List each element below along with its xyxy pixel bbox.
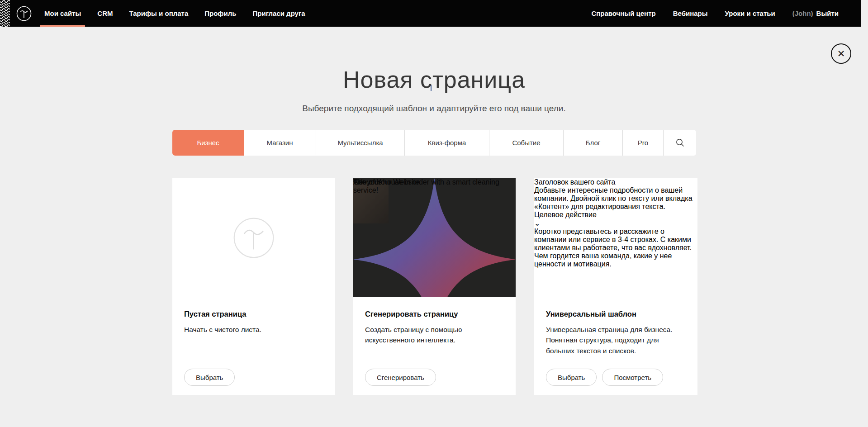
tab-quiz-form[interactable]: Квиз-форма (405, 130, 489, 156)
wave-pattern-icon (0, 0, 10, 27)
search-icon (676, 138, 684, 147)
nav-item-help-center[interactable]: Справочный центр (591, 0, 655, 27)
card-body: Универсальный шаблон Универсальная стран… (534, 297, 697, 356)
nav-item-tariffs[interactable]: Тарифы и оплата (129, 0, 188, 27)
template-hero-subtitle: Добавьте интересные подробности о вашей … (534, 186, 697, 211)
nav-menu-left: Мои сайты CRM Тарифы и оплата Профиль Пр… (44, 0, 305, 27)
choose-button[interactable]: Выбрать (546, 369, 597, 386)
template-category-tabs: Бизнес Магазин Мультиссылка Квиз-форма С… (172, 130, 696, 156)
tab-pro[interactable]: Pro (623, 130, 664, 156)
card-universal-template[interactable]: Заголовок вашего сайта Добавьте интересн… (534, 178, 697, 395)
tilda-logo-icon[interactable] (16, 6, 32, 21)
card-description: Универсальная страница для бизнеса. Поня… (546, 324, 682, 356)
template-body-text: Коротко представьтесь и расскажите о ком… (534, 228, 697, 268)
tab-search[interactable] (664, 130, 696, 156)
card-blank-page[interactable]: Пустая страница Начать с чистого листа. … (172, 178, 335, 395)
tab-multilink[interactable]: Мультиссылка (316, 130, 405, 156)
card-title: Пустая страница (184, 310, 323, 318)
nav-menu-right: Справочный центр Вебинары Уроки и статьи… (591, 0, 861, 27)
tab-business[interactable]: Бизнес (172, 130, 244, 156)
tab-blog[interactable]: Блог (564, 130, 623, 156)
card-title: Сгенерировать страницу (365, 310, 504, 318)
blank-page-preview (172, 178, 335, 297)
template-cards-row: Пустая страница Начать с чистого листа. … (172, 178, 697, 395)
nav-item-webinars[interactable]: Вебинары (673, 0, 708, 27)
tab-shop[interactable]: Магазин (244, 130, 316, 156)
template-hero-title: Заголовок вашего сайта (534, 178, 697, 186)
page-subtitle: Выберите подходящий шаблон и адаптируйте… (0, 104, 868, 114)
nav-item-my-sites[interactable]: Мои сайты (44, 0, 81, 27)
card-actions: Выбрать Посмотреть (546, 369, 663, 386)
template-preview: Заголовок вашего сайта Добавьте интересн… (534, 178, 697, 297)
card-body: Сгенерировать страницу Создать страницу … (353, 297, 516, 346)
close-icon: ✕ (837, 49, 845, 58)
top-nav: Мои сайты CRM Тарифы и оплата Профиль Пр… (0, 0, 861, 27)
card-body: Пустая страница Начать с чистого листа. (172, 297, 335, 335)
page-title: Новая страница (0, 66, 868, 93)
collage-dim-overlay (353, 178, 516, 297)
template-hero-image: Заголовок вашего сайта Добавьте интересн… (534, 178, 697, 228)
nav-item-invite-friend[interactable]: Пригласи друга (252, 0, 305, 27)
card-description: Создать страницу с помощью искусственног… (365, 324, 501, 346)
nav-item-profile[interactable]: Профиль (204, 0, 236, 27)
nav-item-crm[interactable]: CRM (97, 0, 113, 27)
chevron-down-icon: ⌄ (534, 219, 697, 228)
generate-button[interactable]: Сгенерировать (365, 369, 436, 386)
close-button[interactable]: ✕ (831, 43, 851, 64)
card-description: Начать с чистого листа. (184, 324, 320, 335)
ai-preview-collage: Title of Your Website Get your house in … (353, 178, 516, 297)
card-actions: Сгенерировать (365, 369, 436, 386)
tab-event[interactable]: Событие (489, 130, 564, 156)
card-title: Универсальный шаблон (546, 310, 686, 318)
user-name-label: (John) (792, 9, 813, 17)
logout-link[interactable]: Выйти (816, 9, 839, 17)
nav-user-block: (John) Выйти (792, 0, 839, 27)
choose-button[interactable]: Выбрать (184, 369, 235, 386)
text-cursor-artifact (431, 85, 432, 91)
card-actions: Выбрать (184, 369, 235, 386)
nav-item-lessons[interactable]: Уроки и статьи (725, 0, 775, 27)
tilda-watermark-icon (233, 217, 275, 259)
card-ai-generate[interactable]: Title of Your Website Get your house in … (353, 178, 516, 395)
view-button[interactable]: Посмотреть (602, 369, 663, 386)
template-cta-button: Целевое действие (534, 211, 697, 219)
